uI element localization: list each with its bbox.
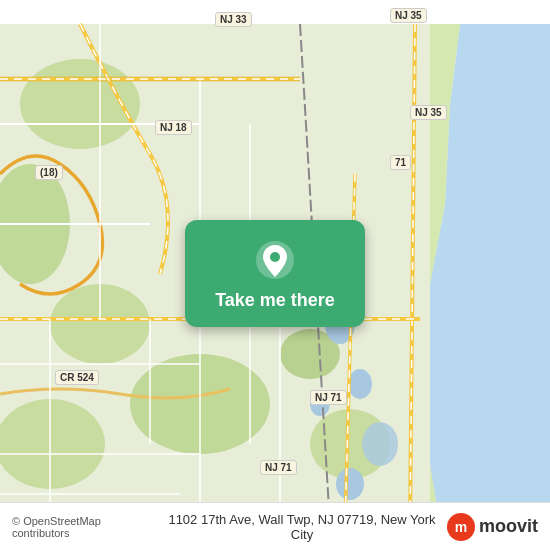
svg-point-13 — [348, 369, 372, 399]
road-label-r71a: 71 — [390, 155, 411, 170]
osm-attribution: © OpenStreetMap contributors — [12, 515, 157, 539]
road-label-nj71c: NJ 71 — [260, 460, 297, 475]
svg-point-9 — [0, 399, 105, 489]
road-label-r18: (18) — [35, 165, 63, 180]
take-me-there-button[interactable]: Take me there — [185, 220, 365, 327]
road-label-nj71b: NJ 71 — [310, 390, 347, 405]
bottom-bar: © OpenStreetMap contributors 1102 17th A… — [0, 502, 550, 550]
road-label-nj35s: NJ 35 — [410, 105, 447, 120]
svg-point-16 — [336, 468, 364, 500]
road-label-nj35n: NJ 35 — [390, 8, 427, 23]
road-label-nj18: NJ 18 — [155, 120, 192, 135]
take-me-there-label: Take me there — [215, 290, 335, 311]
moovit-text: moovit — [479, 516, 538, 537]
location-pin-icon — [255, 240, 295, 280]
moovit-logo: m moovit — [447, 513, 538, 541]
svg-point-15 — [362, 422, 398, 466]
svg-point-42 — [270, 252, 280, 262]
osm-attribution-text: © OpenStreetMap contributors — [12, 515, 101, 539]
moovit-icon: m — [447, 513, 475, 541]
map-container: NJ 33NJ 35NJ 35NJ 18(18)71NJ 138NJ 71NJ … — [0, 0, 550, 550]
road-label-nj33: NJ 33 — [215, 12, 252, 27]
address-text: 1102 17th Ave, Wall Twp, NJ 07719, New Y… — [157, 512, 447, 542]
road-label-cr524: CR 524 — [55, 370, 99, 385]
